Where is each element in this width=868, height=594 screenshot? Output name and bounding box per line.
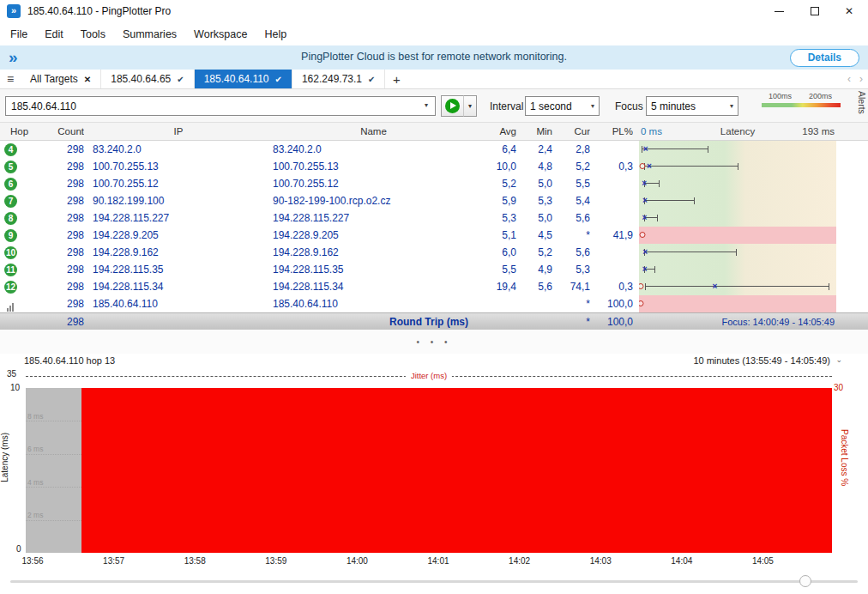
- chevron-left-icon[interactable]: ‹: [847, 73, 851, 85]
- cur-cell: 5,3: [552, 261, 590, 278]
- avg-cell: 5,2: [477, 175, 516, 192]
- latency-graph-cell: [639, 227, 836, 244]
- tab-check-icon: ✔: [177, 75, 184, 84]
- header-name: Name: [273, 123, 474, 141]
- tab-close-icon[interactable]: ✕: [84, 75, 91, 84]
- latency-graph-cell: ×: [639, 141, 836, 158]
- latency-graph-cell: ×: [639, 209, 836, 227]
- menu-summaries[interactable]: Summaries: [114, 22, 185, 45]
- hop-badge: 6: [4, 178, 17, 191]
- avg-x-marker: ×: [643, 141, 648, 158]
- name-cell: 100.70.255.13: [273, 158, 474, 175]
- table-row[interactable]: 9 298 194.228.9.205 194.228.9.205 5,1 4,…: [0, 227, 868, 244]
- latency-graph-cell: ×: [639, 175, 836, 192]
- tab-label: 185.40.64.65: [111, 73, 171, 85]
- chevron-down-icon[interactable]: ⌄: [835, 355, 842, 364]
- trace-table-body: 4 298 83.240.2.0 83.240.2.0 6,4 2,4 2,8 …: [0, 141, 868, 312]
- timeline-graph-pane: 185.40.64.110 hop 13 10 minutes (13:55:4…: [0, 354, 868, 568]
- trace-table-header: Hop Count IP Name Avg Min Cur PL% 0 ms L…: [0, 123, 868, 141]
- x-axis-tick: 14:04: [671, 556, 692, 566]
- latency-axis-label: Latency (ms): [0, 433, 9, 482]
- tab-label: 185.40.64.110: [204, 73, 269, 85]
- chevron-right-icon[interactable]: ›: [859, 73, 863, 85]
- pl-cell: 41,9: [590, 227, 633, 244]
- table-row[interactable]: 4 298 83.240.2.0 83.240.2.0 6,4 2,4 2,8 …: [0, 141, 868, 158]
- count-cell: 298: [34, 175, 84, 192]
- timeline-range-selector[interactable]: 10 minutes (13:55:49 - 14:05:49): [693, 355, 830, 366]
- hop-badge: 10: [4, 246, 17, 259]
- minimize-button[interactable]: [762, 0, 796, 22]
- tab-185-40-64-65[interactable]: 185.40.64.65✔: [101, 70, 194, 88]
- menu-workspace[interactable]: Workspace: [185, 22, 256, 45]
- splitter-handle-icon: • • •: [416, 337, 451, 347]
- details-button[interactable]: Details: [790, 49, 859, 67]
- chevron-down-icon: ▾: [591, 102, 594, 110]
- gridline: [26, 520, 81, 521]
- avg-x-marker: ×: [642, 209, 647, 227]
- count-cell: 298: [34, 158, 84, 175]
- table-row[interactable]: 10 298 194.228.9.162 194.228.9.162 6,0 5…: [0, 244, 868, 261]
- interval-label: Interval: [490, 100, 523, 112]
- x-axis-tick: 13:56: [21, 556, 43, 566]
- pane-splitter[interactable]: • • •: [0, 330, 868, 354]
- pl-cell: [590, 175, 633, 192]
- ip-cell: 194.228.115.227: [93, 209, 264, 227]
- interval-select[interactable]: 1 second ▾: [525, 96, 600, 116]
- avg-cell: 5,1: [477, 227, 516, 244]
- count-cell: 298: [34, 141, 84, 158]
- count-cell: 298: [34, 295, 84, 312]
- x-axis-tick: 14:00: [347, 556, 368, 566]
- focus-label: Focus: [615, 100, 643, 112]
- name-cell: 83.240.2.0: [273, 141, 474, 158]
- table-row[interactable]: 298 185.40.64.110 185.40.64.110 * 100,0: [0, 295, 868, 312]
- min-cell: 4,9: [516, 261, 552, 278]
- count-cell: 298: [34, 261, 84, 278]
- target-address-input[interactable]: [5, 96, 436, 116]
- horizontal-scrollbar: [0, 570, 868, 592]
- avg-cell: 6,0: [477, 244, 516, 261]
- count-cell: 298: [34, 209, 84, 227]
- name-cell: 194.228.9.162: [273, 244, 474, 261]
- maximize-button[interactable]: [798, 0, 832, 22]
- hop-badge: 9: [4, 229, 17, 242]
- menu-tools[interactable]: Tools: [72, 22, 114, 45]
- start-trace-button[interactable]: [441, 95, 464, 117]
- roundtrip-label: Round Trip (ms): [300, 313, 558, 330]
- table-row[interactable]: 5 298 100.70.255.13 100.70.255.13 10,0 4…: [0, 158, 868, 175]
- table-row[interactable]: 6 298 100.70.255.12 100.70.255.12 5,2 5,…: [0, 175, 868, 192]
- tab-all-targets[interactable]: All Targets✕: [21, 70, 101, 88]
- pl-cell: [590, 209, 633, 227]
- target-dropdown-icon[interactable]: ▾: [425, 101, 428, 109]
- table-row[interactable]: 12 298 194.228.115.34 194.228.115.34 19,…: [0, 278, 868, 295]
- name-cell: 194.228.115.227: [273, 209, 474, 227]
- scrollbar-track[interactable]: [10, 580, 858, 583]
- min-cell: 5,2: [516, 244, 552, 261]
- gridline: [26, 421, 81, 421]
- menu-help[interactable]: Help: [256, 22, 295, 45]
- trace-options-dropdown[interactable]: ▾: [463, 95, 477, 117]
- menu-edit[interactable]: Edit: [36, 22, 72, 45]
- avg-cell: [477, 295, 516, 312]
- scrollbar-thumb[interactable]: [799, 575, 811, 587]
- name-cell: 194.228.115.35: [273, 261, 474, 278]
- round-trip-row[interactable]: 298 Round Trip (ms) * 100,0 Focus: 14:00…: [0, 312, 868, 330]
- add-target-tab-button[interactable]: +: [385, 70, 407, 88]
- focus-value: 5 minutes: [651, 100, 696, 112]
- close-button[interactable]: ✕: [832, 0, 866, 22]
- maximize-icon: [811, 7, 819, 15]
- hamburger-icon[interactable]: ≡: [0, 70, 21, 88]
- table-row[interactable]: 11 298 194.228.115.35 194.228.115.35 5,5…: [0, 261, 868, 278]
- min-cell: 2,4: [516, 141, 552, 158]
- tab-185-40-64-110[interactable]: 185.40.64.110✔: [195, 70, 292, 88]
- tab-162-249-73-1[interactable]: 162.249.73.1✔: [292, 70, 385, 88]
- x-axis-tick: 14:01: [427, 556, 449, 566]
- menu-file[interactable]: File: [2, 22, 36, 45]
- ip-cell: 194.228.115.35: [93, 261, 264, 278]
- table-row[interactable]: 8 298 194.228.115.227 194.228.115.227 5,…: [0, 209, 868, 227]
- table-row[interactable]: 7 298 90.182.199.100 90-182-199-100.rcp.…: [0, 192, 868, 209]
- legend-100ms-label: 100ms: [769, 92, 792, 100]
- roundtrip-pl: 100,0: [590, 313, 633, 330]
- packet-loss-marker: [639, 232, 645, 238]
- ip-cell: 90.182.199.100: [93, 192, 264, 209]
- focus-select[interactable]: 5 minutes ▾: [646, 96, 738, 116]
